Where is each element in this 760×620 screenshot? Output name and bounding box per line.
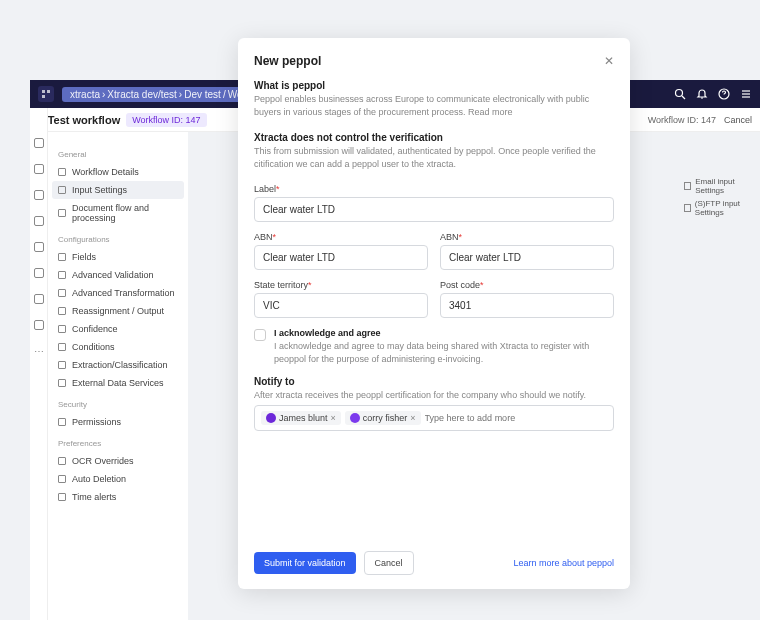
sidebar-item-label: Fields: [72, 252, 96, 262]
abn-input-2[interactable]: [440, 245, 614, 270]
sidebar-item-confidence[interactable]: Confidence: [52, 320, 184, 338]
section-title: Xtracta does not control the verificatio…: [254, 132, 614, 143]
sidebar-item-label: External Data Services: [72, 378, 164, 388]
sidebar-item-time-alerts[interactable]: Time alerts: [52, 488, 184, 506]
label-field-label: Label*: [254, 184, 614, 194]
notify-input-box[interactable]: James blunt × corry fisher ×: [254, 405, 614, 431]
modal-header: New peppol ✕: [254, 54, 614, 68]
svg-rect-0: [42, 90, 45, 93]
svg-line-4: [682, 96, 685, 99]
sidebar-item-fields[interactable]: Fields: [52, 248, 184, 266]
sidebar-item-label: Advanced Validation: [72, 270, 153, 280]
label-input[interactable]: [254, 197, 614, 222]
sidebar-item-icon: [58, 379, 66, 387]
rail-icon[interactable]: [34, 164, 44, 174]
cancel-button[interactable]: Cancel: [724, 115, 752, 125]
section-title: What is peppol: [254, 80, 614, 91]
modal-new-peppol: New peppol ✕ What is peppol Peppol enabl…: [238, 38, 630, 589]
sidebar-item-label: OCR Overrides: [72, 456, 134, 466]
chip-remove-icon[interactable]: ×: [331, 413, 336, 423]
rail-icon[interactable]: [34, 216, 44, 226]
abn-field-label: ABN*: [440, 232, 614, 242]
state-field-label: State territory*: [254, 280, 428, 290]
notify-chip[interactable]: James blunt ×: [261, 411, 341, 425]
sidebar-item-icon: [58, 209, 66, 217]
right-item-sftp[interactable]: (S)FTP input Settings: [680, 197, 760, 219]
chip-label: corry fisher: [363, 413, 408, 423]
sidebar-item-icon: [58, 168, 66, 176]
sidebar-item-advanced-validation[interactable]: Advanced Validation: [52, 266, 184, 284]
svg-rect-1: [47, 90, 50, 93]
workflow-id-text: Workflow ID: 147: [648, 115, 716, 125]
sidebar-item-reassignment[interactable]: Reassignment / Output: [52, 302, 184, 320]
sidebar-item-label: Document flow and processing: [72, 203, 178, 223]
workflow-id-badge: Workflow ID: 147: [126, 113, 206, 127]
avatar-icon: [266, 413, 276, 423]
avatar-icon: [350, 413, 360, 423]
modal-footer: Submit for validation Cancel Learn more …: [254, 551, 614, 575]
rail-icon[interactable]: [34, 268, 44, 278]
bell-icon[interactable]: [696, 88, 708, 100]
state-input[interactable]: [254, 293, 428, 318]
sidebar-item-workflow-details[interactable]: Workflow Details: [52, 163, 184, 181]
app-icon[interactable]: [38, 86, 54, 102]
notify-desc: After xtracta receives the peoppl certif…: [254, 389, 614, 402]
sidebar-item-icon: [58, 289, 66, 297]
crumb[interactable]: Dev test: [184, 89, 221, 100]
rail-more-icon[interactable]: ⋯: [34, 346, 44, 357]
topbar-right: [674, 88, 752, 100]
acknowledge-desc: I acknowledge and agree to may data bein…: [274, 340, 614, 365]
sidebar: General Workflow Details Input Settings …: [48, 132, 188, 620]
sidebar-item-external-data[interactable]: External Data Services: [52, 374, 184, 392]
sidebar-item-document-flow[interactable]: Document flow and processing: [52, 199, 184, 227]
menu-icon[interactable]: [740, 88, 752, 100]
abn-input-1[interactable]: [254, 245, 428, 270]
search-icon[interactable]: [674, 88, 686, 100]
checkbox-icon: [684, 204, 691, 212]
sidebar-item-conditions[interactable]: Conditions: [52, 338, 184, 356]
crumb[interactable]: xtracta: [70, 89, 100, 100]
rail-icon[interactable]: [34, 138, 44, 148]
section-text: This from submission will validated, aut…: [254, 145, 614, 170]
sidebar-item-icon: [58, 253, 66, 261]
learn-more-link[interactable]: Learn more about peppol: [513, 558, 614, 568]
sidebar-section: General: [52, 146, 184, 163]
sidebar-item-label: Confidence: [72, 324, 118, 334]
sidebar-item-input-settings[interactable]: Input Settings: [52, 181, 184, 199]
rail-icon[interactable]: [34, 320, 44, 330]
notify-chip[interactable]: corry fisher ×: [345, 411, 421, 425]
notify-text-input[interactable]: [425, 413, 607, 423]
rail-icon[interactable]: [34, 242, 44, 252]
right-item-email[interactable]: Email input Settings: [680, 175, 760, 197]
sidebar-item-label: Auto Deletion: [72, 474, 126, 484]
cancel-button[interactable]: Cancel: [364, 551, 414, 575]
chip-label: James blunt: [279, 413, 328, 423]
acknowledge-label: I acknowledge and agree: [274, 328, 614, 338]
right-item-label: (S)FTP input Settings: [695, 199, 756, 217]
postcode-input[interactable]: [440, 293, 614, 318]
page-title: Test workflow: [48, 114, 121, 126]
submit-button[interactable]: Submit for validation: [254, 552, 356, 574]
sidebar-item-icon: [58, 325, 66, 333]
sidebar-section: Configurations: [52, 231, 184, 248]
sidebar-item-auto-deletion[interactable]: Auto Deletion: [52, 470, 184, 488]
rail-icon[interactable]: [34, 190, 44, 200]
close-icon[interactable]: ✕: [604, 54, 614, 68]
sidebar-item-advanced-transformation[interactable]: Advanced Transformation: [52, 284, 184, 302]
sidebar-item-icon: [58, 475, 66, 483]
help-icon[interactable]: [718, 88, 730, 100]
crumb[interactable]: Xtracta dev/test: [107, 89, 176, 100]
sidebar-item-icon: [58, 343, 66, 351]
sidebar-item-permissions[interactable]: Permissions: [52, 413, 184, 431]
sidebar-item-label: Time alerts: [72, 492, 116, 502]
sidebar-item-label: Permissions: [72, 417, 121, 427]
modal-title: New peppol: [254, 54, 321, 68]
rail-icon[interactable]: [34, 294, 44, 304]
postcode-field-label: Post code*: [440, 280, 614, 290]
chip-remove-icon[interactable]: ×: [410, 413, 415, 423]
acknowledge-checkbox[interactable]: [254, 329, 266, 341]
sidebar-item-ocr-overrides[interactable]: OCR Overrides: [52, 452, 184, 470]
sidebar-item-extraction[interactable]: Extraction/Classification: [52, 356, 184, 374]
svg-point-3: [676, 90, 683, 97]
sidebar-item-label: Reassignment / Output: [72, 306, 164, 316]
